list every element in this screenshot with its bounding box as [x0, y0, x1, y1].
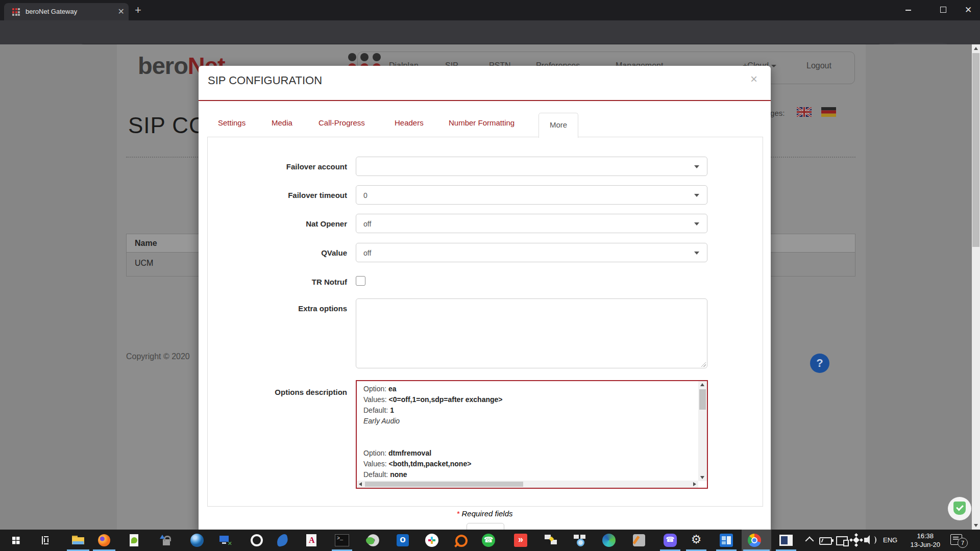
presentation-app-icon[interactable] — [720, 534, 733, 547]
firefox-icon[interactable] — [96, 533, 112, 548]
network-scanner-icon[interactable] — [572, 533, 587, 548]
table-cell-ucm: UCM — [135, 259, 153, 268]
dropbox-icon[interactable] — [853, 537, 860, 543]
extra-options-label: Extra options — [217, 304, 347, 313]
screen: beroNet Gateway ✕ + ✕ ← → i Not secure 1… — [0, 0, 980, 551]
viber-icon[interactable] — [664, 534, 677, 547]
volume-icon[interactable] — [863, 533, 878, 548]
wireshark-icon[interactable] — [276, 534, 289, 547]
option-line: Default: none — [363, 470, 407, 481]
time-text: 16:38 — [910, 532, 940, 540]
tab-media[interactable]: Media — [272, 118, 292, 127]
settings-gear-icon[interactable] — [689, 533, 704, 548]
language-indicator[interactable]: ENG — [883, 536, 897, 544]
option-line: Values: <0=off,1=on,sdp=after exchange> — [363, 395, 502, 406]
logout-link[interactable]: Logout — [806, 61, 831, 70]
option-line: Values: <both,tdm,packet,none> — [363, 460, 471, 470]
beronet-favicon — [12, 8, 20, 16]
help-button[interactable]: ? — [810, 354, 829, 373]
failover-account-label: Failover account — [217, 162, 347, 171]
battery-icon[interactable] — [819, 537, 832, 545]
tab-more-active[interactable]: More — [538, 113, 578, 138]
window-minimize-button[interactable] — [896, 0, 920, 19]
scroll-up-icon — [700, 383, 704, 386]
anydesk-icon[interactable] — [514, 534, 527, 547]
scroll-left-icon — [359, 482, 362, 486]
sip-configuration-modal: SIP CONFIGURATION × Settings Media Call-… — [199, 66, 771, 533]
date-text: 13-Jun-20 — [910, 540, 940, 549]
extra-options-textarea[interactable] — [356, 298, 707, 368]
tab-call-progress[interactable]: Call-Progress — [318, 118, 365, 127]
slack-icon[interactable] — [425, 534, 438, 547]
notepad-plus-icon[interactable] — [127, 533, 142, 548]
options-description-box[interactable]: Option: ea Values: <0=off,1=on,sdp=after… — [356, 380, 708, 489]
windows-taskbar: ENG 16:38 13-Jun-20 7 — [0, 530, 980, 551]
window-maximize-button[interactable] — [932, 0, 955, 19]
scroll-down-icon — [700, 476, 704, 479]
screenshot-tool-icon[interactable] — [251, 534, 263, 546]
cast-display-icon[interactable] — [836, 536, 848, 545]
tab-number-formatting[interactable]: Number Formatting — [449, 118, 514, 127]
task-view-icon[interactable] — [38, 533, 53, 548]
tr-notruf-checkbox[interactable] — [356, 276, 365, 286]
adguard-shield-icon[interactable] — [948, 497, 971, 520]
search-magnifier-icon[interactable] — [455, 535, 468, 547]
tray-chevron-up-icon[interactable] — [805, 537, 814, 545]
file-transfer-icon[interactable] — [544, 533, 559, 548]
horizontal-scrollbar[interactable] — [357, 481, 698, 488]
tab-headers[interactable]: Headers — [395, 118, 424, 127]
tab-settings[interactable]: Settings — [218, 118, 246, 127]
column-header-name: Name — [135, 239, 157, 248]
chevron-down-icon — [694, 252, 699, 255]
phone-app-icon[interactable] — [482, 534, 495, 547]
option-line: Option: dtmfremoval — [363, 449, 431, 460]
failover-account-select[interactable] — [356, 157, 707, 176]
text-editor-icon[interactable] — [304, 533, 319, 548]
chevron-down-icon — [771, 65, 776, 67]
nat-opener-select[interactable]: off — [356, 214, 707, 233]
failover-timeout-label: Failover timeout — [217, 191, 347, 199]
tr-notruf-label: TR Notruf — [217, 278, 347, 286]
horizontal-scroll-thumb[interactable] — [365, 482, 523, 487]
qvalue-select[interactable]: off — [356, 243, 707, 262]
required-fields-note: * Required fields — [199, 509, 771, 518]
chevron-down-icon — [694, 222, 699, 226]
scrollbar-thumb[interactable] — [972, 53, 979, 247]
logo-dot — [348, 53, 356, 61]
german-flag-icon[interactable] — [821, 107, 836, 117]
resize-handle[interactable] — [701, 362, 706, 367]
scroll-right-icon — [693, 482, 696, 486]
winscp-icon[interactable] — [159, 533, 174, 548]
file-explorer-icon[interactable] — [70, 533, 86, 548]
option-line: Default: 1 — [363, 406, 394, 417]
modal-close-icon[interactable]: × — [750, 72, 757, 86]
start-button[interactable] — [9, 533, 24, 548]
browser-page-scrollbar[interactable] — [972, 44, 980, 530]
scroll-up-icon — [974, 47, 978, 50]
snipping-tool-icon[interactable] — [779, 535, 793, 546]
browser-tab-bar: beroNet Gateway ✕ + ✕ — [0, 0, 980, 20]
notification-badge[interactable]: 7 — [958, 538, 968, 548]
media-tool-icon[interactable] — [367, 534, 379, 546]
terminal-icon[interactable] — [335, 534, 349, 546]
chevron-down-icon — [694, 194, 699, 197]
window-close-button[interactable]: ✕ — [957, 0, 980, 19]
option-line: Option: ea — [363, 385, 397, 395]
softphone-sphere-icon[interactable] — [190, 534, 204, 547]
copyright-text: Copyright © 2020 — [126, 352, 190, 361]
new-tab-button[interactable]: + — [135, 5, 141, 16]
clock[interactable]: 16:38 13-Jun-20 — [910, 532, 940, 549]
edge-icon[interactable] — [602, 534, 616, 547]
vertical-scroll-thumb[interactable] — [699, 389, 706, 410]
ccleaner-icon[interactable] — [633, 534, 645, 546]
option-line: Early Audio — [363, 417, 400, 428]
vertical-scrollbar[interactable] — [698, 381, 707, 481]
outlook-icon[interactable] — [397, 534, 409, 546]
failover-timeout-select[interactable]: 0 — [356, 185, 707, 205]
browser-tab[interactable]: beroNet Gateway ✕ — [4, 3, 129, 20]
chrome-icon[interactable] — [748, 534, 761, 547]
qvalue-label: QValue — [217, 248, 347, 257]
tab-close-icon[interactable]: ✕ — [118, 7, 125, 16]
remote-desktop-icon[interactable] — [217, 533, 232, 548]
uk-flag-icon[interactable] — [797, 107, 812, 117]
